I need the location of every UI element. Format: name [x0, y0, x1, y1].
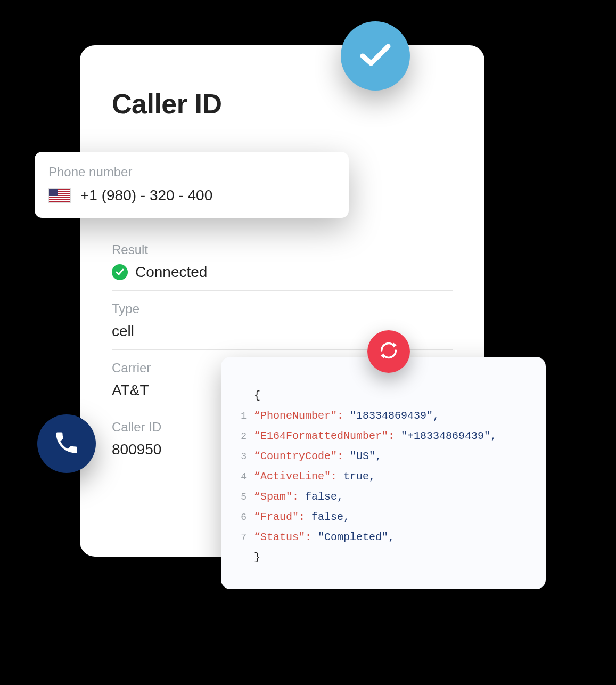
api-response-code: { 1“PhoneNumber": "18334869439",2“E164Fo…: [221, 357, 546, 589]
code-text: “Fraud": false,: [254, 507, 350, 527]
line-number: 4: [237, 468, 247, 486]
line-number: 7: [237, 528, 247, 547]
result-row: Result Connected: [112, 232, 453, 291]
type-label: Type: [112, 301, 453, 316]
verified-check-badge: [341, 21, 410, 91]
check-icon: [359, 42, 391, 70]
refresh-icon: [378, 340, 399, 363]
code-line: 4“ActiveLine": true,: [237, 467, 530, 487]
code-line: 6“Fraud": false,: [237, 507, 530, 527]
code-close-brace: }: [237, 548, 530, 568]
page-title: Caller ID: [112, 88, 453, 120]
phone-number-value: +1 (980) - 320 - 400: [80, 187, 212, 204]
code-line: 3“CountryCode": "US",: [237, 446, 530, 467]
line-number: 6: [237, 508, 247, 526]
code-text: “Spam": false,: [254, 487, 343, 507]
code-line: 2“E164FormattedNumber": "+18334869439",: [237, 426, 530, 446]
code-text: “E164FormattedNumber": "+18334869439",: [254, 426, 497, 446]
refresh-badge[interactable]: [367, 330, 410, 373]
code-text: “PhoneNumber": "18334869439",: [254, 406, 439, 426]
code-line: 7“Status": "Completed",: [237, 527, 530, 548]
line-number: 5: [237, 488, 247, 506]
code-line: 1“PhoneNumber": "18334869439",: [237, 406, 530, 426]
phone-icon: [53, 429, 80, 459]
phone-badge: [37, 414, 96, 473]
code-open-brace: {: [237, 386, 530, 406]
phone-number-label: Phone number: [48, 165, 335, 180]
phone-number-field[interactable]: Phone number +1 (980) - 320 - 400: [35, 152, 349, 218]
success-check-icon: [112, 264, 128, 280]
result-label: Result: [112, 242, 453, 257]
result-value: Connected: [135, 264, 207, 281]
code-text: “ActiveLine": true,: [254, 467, 375, 487]
code-text: “Status": "Completed",: [254, 527, 395, 548]
line-number: 1: [237, 407, 247, 425]
code-text: “CountryCode": "US",: [254, 446, 382, 467]
us-flag-icon: [48, 188, 71, 203]
line-number: 3: [237, 447, 247, 466]
line-number: 2: [237, 427, 247, 445]
code-line: 5“Spam": false,: [237, 487, 530, 507]
